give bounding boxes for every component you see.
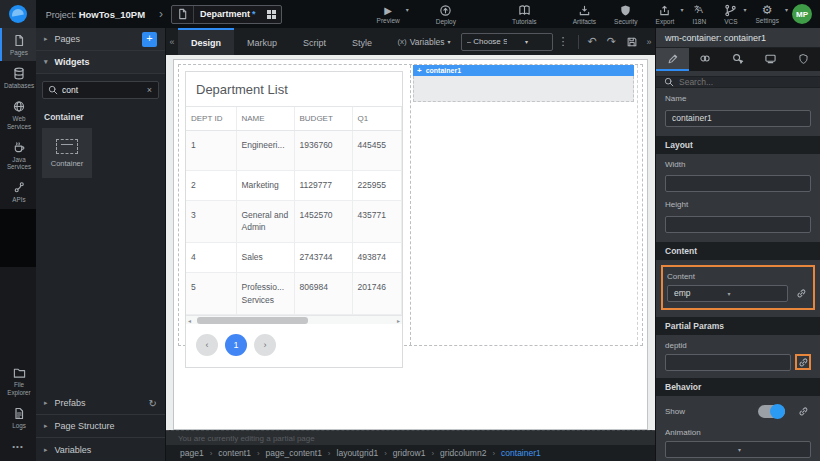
prefabs-section-header[interactable]: ▸ Prefabs ↻ [36, 392, 165, 415]
pager-prev-button[interactable]: ‹ [196, 334, 218, 356]
tab-security[interactable] [787, 48, 820, 71]
properties-panel-title: wm-container: container1 [656, 28, 820, 48]
breadcrumb-page1[interactable]: page1 [180, 448, 204, 458]
scroll-right-icon[interactable]: ▸ [395, 317, 402, 324]
breadcrumb-content1[interactable]: content1 [218, 448, 251, 458]
deptid-input[interactable] [665, 354, 791, 371]
container-widget-tile[interactable]: Container [42, 128, 92, 178]
collapse-left-panel-button[interactable]: « [166, 28, 178, 55]
scrollbar-thumb[interactable] [197, 317, 308, 324]
chevron-right-icon: ▸ [44, 446, 48, 454]
widget-search-input[interactable] [58, 85, 146, 95]
refresh-icon[interactable]: ↻ [149, 398, 157, 409]
settings-button[interactable]: ⚙ ▾ Settings [747, 0, 789, 28]
user-avatar[interactable]: MP [792, 4, 812, 24]
layout-grid-row[interactable]: Department List DEPT ID NAME BUDGET Q1 [178, 64, 643, 346]
container-drop-area[interactable] [413, 76, 634, 102]
tab-device[interactable] [754, 48, 787, 71]
i18n-button[interactable]: A I18N [683, 0, 715, 28]
horizontal-scrollbar[interactable]: ◂ ▸ [186, 315, 402, 324]
export-icon [658, 4, 671, 17]
editor-area: « Design Markup Script Style (x) Variabl… [166, 28, 655, 461]
breadcrumb-layoutgrid1[interactable]: layoutgrid1 [337, 448, 379, 458]
animation-select[interactable]: ▾ [665, 441, 811, 458]
globe-icon [13, 100, 25, 113]
table-pagination: ‹ 1 › [186, 324, 402, 367]
properties-panel: wm-container: container1 [655, 28, 820, 461]
selected-container-widget[interactable]: + container1 [413, 65, 634, 102]
grid-column-1[interactable]: Department List DEPT ID NAME BUDGET Q1 [179, 65, 411, 345]
widgets-section-header[interactable]: ▾ Widgets [36, 51, 165, 74]
rail-item-java-services[interactable]: Java Services [0, 135, 36, 175]
tab-properties[interactable] [656, 48, 689, 71]
breadcrumb-page-content1[interactable]: page_content1 [266, 448, 322, 458]
rail-item-apis[interactable]: APIs [0, 175, 36, 208]
bind-show-button[interactable] [795, 404, 811, 420]
page-structure-section-header[interactable]: ▸ Page Structure [36, 415, 165, 438]
content-select[interactable]: emp ▾ [667, 285, 788, 302]
breadcrumb-separator: › [328, 449, 331, 458]
height-input[interactable] [665, 216, 811, 233]
deploy-button[interactable]: Deploy [427, 0, 465, 28]
data-table-widget[interactable]: Department List DEPT ID NAME BUDGET Q1 [185, 71, 403, 368]
pager-next-button[interactable]: › [254, 334, 276, 356]
width-input[interactable] [665, 175, 811, 192]
artifacts-button[interactable]: Artifacts [564, 0, 605, 28]
tab-events[interactable] [722, 48, 755, 71]
rail-item-logs[interactable]: Logs [0, 401, 36, 434]
name-input[interactable] [665, 110, 811, 127]
current-page-name: Department* [194, 9, 262, 19]
vcs-button[interactable]: ▾ VCS [715, 0, 746, 28]
table-header-row: DEPT ID NAME BUDGET Q1 [186, 107, 402, 131]
page-selector[interactable]: Department* [171, 5, 282, 24]
redo-button[interactable]: ↷ [602, 35, 621, 48]
bind-content-button[interactable] [793, 285, 809, 301]
tutorials-button[interactable]: Tutorials [503, 0, 546, 28]
export-button[interactable]: ▾ Export [647, 0, 684, 28]
deploy-icon [439, 4, 452, 17]
variables-button[interactable]: (x) Variables ▾ [397, 37, 450, 47]
tab-styles[interactable] [689, 48, 722, 71]
breadcrumb-gridrow1[interactable]: gridrow1 [393, 448, 426, 458]
pages-section-header[interactable]: ▸ Pages + [36, 28, 165, 51]
tab-script[interactable]: Script [290, 28, 339, 55]
rail-item-file-explorer[interactable]: File Explorer [0, 361, 36, 400]
preview-button[interactable]: ▶ ▾ Preview [368, 0, 409, 28]
device-icon [764, 53, 777, 64]
security-button[interactable]: Security [605, 0, 646, 28]
container-icon [56, 139, 78, 154]
more-actions-button[interactable]: ⋮ [553, 35, 574, 48]
widget-selection-header[interactable]: + container1 [413, 65, 634, 76]
more-options-button[interactable]: ••• [0, 434, 36, 461]
wavemaker-logo-icon [9, 5, 27, 23]
add-page-button[interactable]: + [142, 32, 157, 47]
show-toggle[interactable] [758, 405, 785, 418]
rail-item-web-services[interactable]: Web Services [0, 94, 36, 134]
screen-size-select[interactable]: – Choose Screen Size – ▾ [461, 33, 553, 51]
rail-item-pages[interactable]: Pages [0, 28, 36, 61]
pager-page-1[interactable]: 1 [225, 334, 247, 356]
variables-icon: (x) [397, 37, 406, 46]
link-icon [798, 406, 809, 417]
variables-section-header[interactable]: ▸ Variables [36, 438, 165, 461]
tab-design[interactable]: Design [178, 28, 234, 55]
breadcrumb-gridcolumn2[interactable]: gridcolumn2 [440, 448, 486, 458]
page-grid-button[interactable] [262, 6, 281, 23]
page-preview-frame: Department List DEPT ID NAME BUDGET Q1 [173, 59, 648, 430]
save-button[interactable] [621, 36, 643, 48]
grid-column-2[interactable]: + container1 [411, 65, 642, 345]
app-logo[interactable] [0, 0, 36, 28]
rail-item-databases[interactable]: Databases [0, 61, 36, 94]
undo-button[interactable]: ↶ [583, 35, 602, 48]
properties-search-input[interactable] [679, 77, 812, 87]
clear-search-icon[interactable]: × [146, 85, 153, 95]
tab-style[interactable]: Style [339, 28, 385, 55]
scroll-left-icon[interactable]: ◂ [186, 317, 193, 324]
book-icon [518, 4, 531, 17]
collapse-right-panel-button[interactable]: » [643, 37, 655, 47]
bind-deptid-button[interactable] [795, 354, 811, 370]
breadcrumb-container1[interactable]: container1 [501, 448, 541, 458]
tab-markup[interactable]: Markup [234, 28, 290, 55]
chevron-down-icon: ▾ [738, 446, 804, 453]
search-icon [48, 85, 58, 95]
